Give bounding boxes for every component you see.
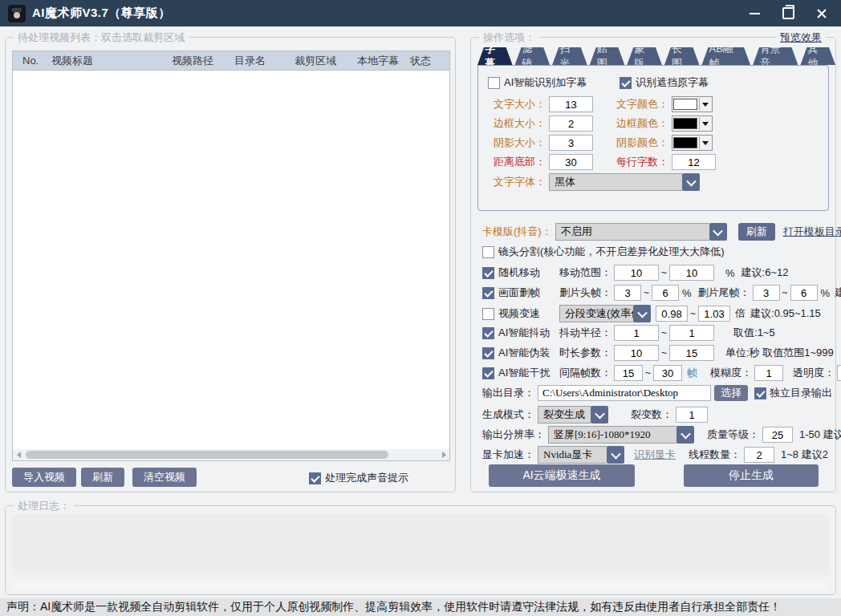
speed-hint: 建议:0.95~1.15 [750,306,821,321]
ai-disguise-checkbox[interactable] [482,347,494,359]
font-size-row: 文字大小： 文字颜色： [488,96,713,112]
log-scrollbar[interactable] [12,580,829,590]
chevron-down-icon[interactable] [676,426,694,444]
quality-input[interactable] [762,427,793,443]
tab-bgm[interactable]: 背景音 [753,47,798,65]
shadow-size-input[interactable] [549,135,593,151]
speed-mode-value: 分段变速(效率优 [559,305,633,322]
tab-subtitle[interactable]: 字幕 [477,47,513,65]
head-frames-min-input[interactable] [614,285,641,301]
preview-effect-link[interactable]: 预览效果 [776,30,826,45]
video-table-hscrollbar[interactable] [13,449,449,460]
ai-interfere-checkbox[interactable] [482,367,494,379]
tab-sweep-light[interactable]: 扫光 [552,47,587,65]
independent-dir-checkbox[interactable] [754,387,766,399]
threads-hint: 1~8 建议2 [781,448,828,462]
mask-original-checkbox[interactable] [620,77,632,89]
tab-sticker[interactable]: 贴图 [590,47,625,65]
col-title: 视频标题 [51,54,172,68]
frame-delete-row: 画面删帧 删片头帧： ~ % 删片尾帧： ~ % 建议:3~6 [482,285,841,301]
tab-filter[interactable]: 滤镜 [515,47,551,65]
border-color-picker[interactable] [672,116,713,132]
dropdown-arrow-icon[interactable] [699,117,711,130]
tab-other[interactable]: 其他 [800,47,835,65]
refresh-list-button[interactable]: 刷新 [81,468,124,487]
import-video-button[interactable]: 导入视频 [12,468,76,487]
speed-max-input[interactable] [698,306,730,322]
minimize-button[interactable] [743,4,766,23]
scrollbar-thumb[interactable] [26,451,388,459]
head-frames-max-input[interactable] [652,285,679,301]
tail-frames-min-input[interactable] [753,285,780,301]
col-status: 状态 [410,54,450,68]
chevron-down-icon[interactable] [591,406,608,424]
shadow-color-picker[interactable] [672,135,713,151]
scroll-right-icon[interactable] [438,449,449,460]
stop-generate-button[interactable]: 停止生成 [684,464,819,487]
video-table-body[interactable] [13,71,449,449]
move-range-max-input[interactable] [669,265,714,281]
clear-videos-button[interactable]: 清空视频 [132,468,197,487]
speed-change-checkbox[interactable] [482,308,494,320]
border-size-input[interactable] [549,116,593,132]
scroll-left-icon[interactable] [13,449,24,460]
font-family-dropdown[interactable]: 黑体 [549,173,700,191]
close-button[interactable] [811,4,833,23]
tail-frames-max-input[interactable] [790,285,818,301]
output-dir-input[interactable] [538,385,711,401]
jitter-min-input[interactable] [614,325,659,341]
maximize-button[interactable] [777,4,799,23]
shadow-size-row: 阴影大小： 阴影颜色： [488,135,713,151]
ai-jitter-checkbox[interactable] [482,327,494,339]
move-range-min-input[interactable] [614,265,659,281]
select-dir-button[interactable]: 选择 [714,385,748,401]
interval-max-input[interactable] [653,365,682,381]
random-move-checkbox[interactable] [482,267,494,279]
duration-max-input[interactable] [669,345,714,361]
interval-min-input[interactable] [614,365,643,381]
dropdown-arrow-icon[interactable] [699,98,711,111]
resolution-dropdown[interactable]: 竖屏[9:16]-1080*1920 [548,426,694,444]
template-value: 不启用 [555,223,709,241]
template-dropdown[interactable]: 不启用 [555,223,727,241]
check-icon [484,268,493,277]
bottom-distance-input[interactable] [549,154,593,170]
tab-long-image[interactable]: 长图 [664,47,700,65]
sound-tip-label: 处理完成声音提示 [325,471,408,485]
lens-split-checkbox[interactable] [482,246,494,258]
chevron-down-icon[interactable] [607,446,624,464]
ai-subtitle-checkbox[interactable] [488,77,500,89]
log-output-area[interactable] [12,514,829,575]
speed-mode-dropdown[interactable]: 分段变速(效率优 [559,305,651,322]
chevron-down-icon[interactable] [682,173,700,191]
duration-min-input[interactable] [614,345,659,361]
chevron-down-icon[interactable] [633,305,651,322]
tilde-separator: ~ [690,308,696,319]
template-refresh-button[interactable]: 刷新 [738,223,775,241]
tab-ab-blend[interactable]: AB融帧 [701,47,750,65]
cloud-generate-button[interactable]: AI云端极速生成 [489,464,635,487]
generate-mode-row: 生成模式： 裂变生成 裂变数： [482,406,708,424]
threads-input[interactable] [744,447,774,463]
font-size-input[interactable] [549,96,593,112]
tilde-separator: ~ [645,367,651,379]
generate-mode-label: 生成模式： [482,407,534,422]
font-color-picker[interactable] [672,96,713,112]
chevron-down-icon[interactable] [709,223,727,241]
detect-gpu-link[interactable]: 识别显卡 [634,448,676,462]
dropdown-arrow-icon[interactable] [699,136,711,149]
speed-min-input[interactable] [656,306,688,322]
generate-mode-dropdown[interactable]: 裂变生成 [538,406,608,424]
jitter-max-input[interactable] [669,325,714,341]
tab-mask[interactable]: 蒙版 [627,47,662,65]
check-icon [484,328,493,337]
open-template-dir-link[interactable]: 打开模板目录 [783,225,841,239]
opacity-input[interactable] [837,365,841,381]
blur-input[interactable] [754,365,783,381]
gpu-dropdown[interactable]: Nvidia显卡 [538,446,624,464]
sound-tip-checkbox[interactable] [309,472,321,484]
frame-delete-checkbox[interactable] [482,287,494,299]
shadow-size-label: 阴影大小： [488,136,546,150]
chars-per-line-input[interactable] [672,154,716,170]
fission-count-input[interactable] [676,407,708,423]
